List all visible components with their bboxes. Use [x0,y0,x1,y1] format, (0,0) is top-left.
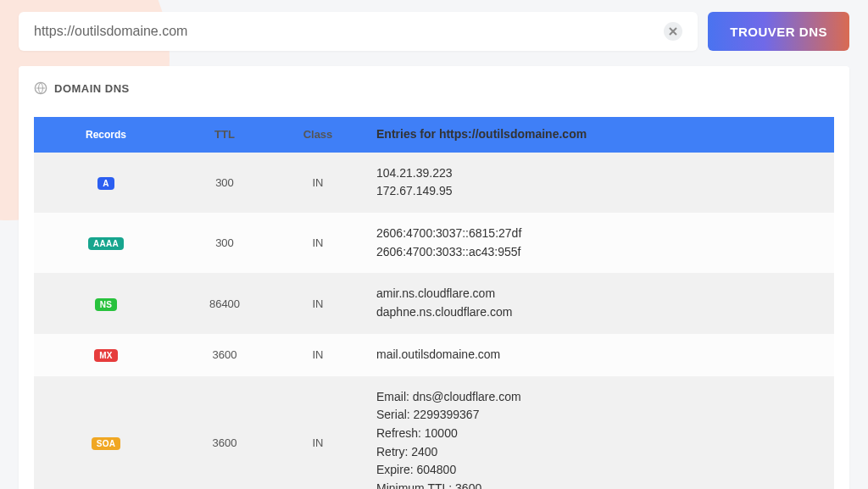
entries-cell: Email: dns@cloudflare.comSerial: 2299399… [364,376,834,490]
class-cell: IN [271,376,364,490]
entries-cell: 2606:4700:3037::6815:27df2606:4700:3033:… [364,213,834,273]
col-header-ttl: TTL [178,117,271,153]
entry-line: amir.ns.cloudflare.com [376,285,822,303]
record-type-badge: AAAA [88,237,124,250]
table-row: AAAA300IN2606:4700:3037::6815:27df2606:4… [34,213,834,273]
record-type-cell: AAAA [34,213,178,273]
entry-line: Retry: 2400 [376,443,822,462]
close-icon [669,27,677,36]
entry-line: Expire: 604800 [376,461,822,480]
class-cell: IN [271,273,364,333]
class-cell: IN [271,213,364,273]
class-cell: IN [271,153,364,213]
domain-input[interactable] [34,24,664,39]
dns-icon [34,81,47,95]
entries-cell: 104.21.39.223172.67.149.95 [364,153,834,213]
find-dns-button[interactable]: TROUVER DNS [708,12,849,51]
entry-line: 172.67.149.95 [376,182,822,201]
table-row: SOA3600INEmail: dns@cloudflare.comSerial… [34,376,834,490]
class-cell: IN [271,334,364,376]
col-header-records: Records [34,117,178,153]
record-type-badge: SOA [92,437,121,450]
table-header-row: Records TTL Class Entries for https://ou… [34,117,834,153]
record-type-cell: A [34,153,178,213]
entry-line: Minimum TTL: 3600 [376,480,822,489]
dns-panel: DOMAIN DNS Records TTL Class Entries for… [19,66,849,489]
col-header-entries: Entries for https://outilsdomaine.com [364,117,834,153]
record-type-badge: A [97,177,114,190]
entry-line: Email: dns@cloudflare.com [376,388,822,407]
ttl-cell: 300 [178,213,271,273]
entries-cell: mail.outilsdomaine.com [364,334,834,376]
entry-line: daphne.ns.cloudflare.com [376,303,822,322]
ttl-cell: 3600 [178,334,271,376]
table-row: A300IN104.21.39.223172.67.149.95 [34,153,834,213]
panel-title: DOMAIN DNS [54,82,130,95]
table-row: MX3600INmail.outilsdomaine.com [34,334,834,376]
search-bar: TROUVER DNS [19,12,849,51]
ttl-cell: 3600 [178,376,271,490]
entry-line: 104.21.39.223 [376,164,822,183]
entry-line: Refresh: 10000 [376,425,822,443]
record-type-cell: NS [34,273,178,333]
entry-line: Serial: 2299399367 [376,406,822,425]
table-row: NS86400INamir.ns.cloudflare.comdaphne.ns… [34,273,834,333]
panel-header: DOMAIN DNS [34,81,834,95]
clear-button[interactable] [664,22,682,41]
entry-line: 2606:4700:3033::ac43:955f [376,243,822,262]
entry-line: 2606:4700:3037::6815:27df [376,225,822,243]
entries-cell: amir.ns.cloudflare.comdaphne.ns.cloudfla… [364,273,834,333]
record-type-badge: NS [95,298,118,311]
ttl-cell: 300 [178,153,271,213]
ttl-cell: 86400 [178,273,271,333]
search-wrapper [19,12,698,51]
record-type-cell: SOA [34,376,178,490]
entry-line: mail.outilsdomaine.com [376,346,822,364]
dns-table: Records TTL Class Entries for https://ou… [34,117,834,489]
col-header-class: Class [271,117,364,153]
record-type-cell: MX [34,334,178,376]
record-type-badge: MX [94,349,118,362]
